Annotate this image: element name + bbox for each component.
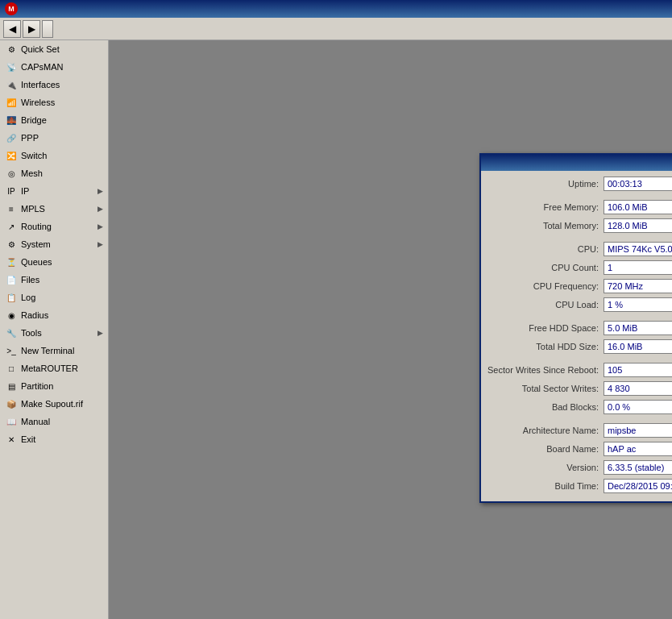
sidebar-item-radius[interactable]: ◉Radius xyxy=(0,306,108,324)
partition-label: Partition xyxy=(21,381,53,391)
field-row-cpu-freq: CPU Frequency:720 MHz xyxy=(486,278,672,294)
partition-icon: ▤ xyxy=(5,380,18,393)
sidebar-item-make-supout[interactable]: 📦Make Supout.rif xyxy=(0,395,108,413)
field-label-total-memory: Total Memory: xyxy=(486,221,599,231)
new-terminal-icon: >_ xyxy=(5,344,18,357)
metarouter-icon: □ xyxy=(5,362,18,375)
routing-icon: ↗ xyxy=(5,220,18,233)
field-row-cpu: CPU:MIPS 74Kc V5.0 xyxy=(486,241,672,257)
quick-set-label: Quick Set xyxy=(21,44,60,54)
sidebar-item-wireless[interactable]: 📶Wireless xyxy=(0,93,108,111)
manual-label: Manual xyxy=(21,417,50,426)
field-value-total-sector-writes: 4 830 xyxy=(604,381,672,396)
field-label-uptime: Uptime: xyxy=(486,179,599,189)
routing-label: Routing xyxy=(21,222,52,231)
sidebar-item-files[interactable]: 📄Files xyxy=(0,271,108,289)
field-row-sector-writes-reboot: Sector Writes Since Reboot:105 xyxy=(486,362,672,378)
queues-label: Queues xyxy=(21,257,52,267)
radius-label: Radius xyxy=(21,310,48,320)
field-value-total-memory: 128.0 MiB xyxy=(604,218,672,233)
ip-arrow: ▶ xyxy=(97,187,103,195)
sidebar-item-mpls[interactable]: ≡MPLS▶ xyxy=(0,200,108,218)
field-label-free-hdd: Free HDD Space: xyxy=(486,323,599,333)
safe-mode-button[interactable] xyxy=(42,20,53,38)
mpls-arrow: ▶ xyxy=(97,205,103,213)
log-icon: 📋 xyxy=(5,291,18,304)
new-terminal-label: New Terminal xyxy=(21,346,74,355)
log-label: Log xyxy=(21,293,35,302)
switch-icon: 🔀 xyxy=(5,149,18,162)
sidebar-item-mesh[interactable]: ◎Mesh xyxy=(0,164,108,182)
metarouter-label: MetaROUTER xyxy=(21,364,78,373)
tools-icon: 🔧 xyxy=(5,326,18,339)
field-label-sector-writes-reboot: Sector Writes Since Reboot: xyxy=(486,365,599,375)
sidebar-item-queues[interactable]: ⏳Queues xyxy=(0,253,108,271)
app-icon: M xyxy=(5,2,18,15)
tools-arrow: ▶ xyxy=(97,329,103,337)
title-bar: M xyxy=(0,0,672,18)
system-arrow: ▶ xyxy=(97,240,103,248)
field-row-free-memory: Free Memory:106.0 MiB xyxy=(486,199,672,215)
sidebar-item-system[interactable]: ⚙System▶ xyxy=(0,235,108,253)
ip-icon: IP xyxy=(5,185,18,197)
interfaces-label: Interfaces xyxy=(21,80,60,89)
sidebar-item-metarouter[interactable]: □MetaROUTER xyxy=(0,359,108,377)
routing-arrow: ▶ xyxy=(97,222,103,231)
field-value-cpu: MIPS 74Kc V5.0 xyxy=(604,242,672,256)
main-layout: ⚙Quick Set📡CAPsMAN🔌Interfaces📶Wireless🌉B… xyxy=(0,40,672,619)
field-label-build-time: Build Time: xyxy=(486,481,599,491)
sidebar-item-new-terminal[interactable]: >_New Terminal xyxy=(0,342,108,359)
capsman-icon: 📡 xyxy=(5,60,18,73)
sidebar-item-interfaces[interactable]: 🔌Interfaces xyxy=(0,76,108,93)
make-supout-label: Make Supout.rif xyxy=(21,399,83,409)
field-label-cpu-load: CPU Load: xyxy=(486,300,599,310)
sidebar-item-capsman[interactable]: 📡CAPsMAN xyxy=(0,58,108,76)
sidebar-item-exit[interactable]: ✕Exit xyxy=(0,430,108,448)
field-value-cpu-freq: 720 MHz xyxy=(604,279,672,293)
field-label-cpu: CPU: xyxy=(486,244,599,254)
sidebar-item-ip[interactable]: IPIP▶ xyxy=(0,182,108,200)
sidebar-item-partition[interactable]: ▤Partition xyxy=(0,377,108,395)
field-row-bad-blocks: Bad Blocks:0.0 % xyxy=(486,399,672,415)
sidebar-item-quick-set[interactable]: ⚙Quick Set xyxy=(0,40,108,58)
field-row-free-hdd: Free HDD Space:5.0 MiB xyxy=(486,320,672,336)
field-value-sector-writes-reboot: 105 xyxy=(604,363,672,377)
sidebar-item-ppp[interactable]: 🔗PPP xyxy=(0,129,108,147)
field-label-bad-blocks: Bad Blocks: xyxy=(486,402,599,412)
system-label: System xyxy=(21,239,51,249)
dialog-body: Uptime:00:03:13Free Memory:106.0 MiBTota… xyxy=(481,171,672,501)
field-label-cpu-count: CPU Count: xyxy=(486,263,599,272)
wireless-icon: 📶 xyxy=(5,96,18,109)
sidebar-item-bridge[interactable]: 🌉Bridge xyxy=(0,111,108,129)
field-row-uptime: Uptime:00:03:13 xyxy=(486,176,672,192)
back-button[interactable]: ◀ xyxy=(3,20,21,38)
forward-button[interactable]: ▶ xyxy=(23,20,40,38)
sidebar-item-log[interactable]: 📋Log xyxy=(0,289,108,306)
files-icon: 📄 xyxy=(5,273,18,286)
field-row-board: Board Name:hAP ac xyxy=(486,441,672,457)
field-row-total-hdd: Total HDD Size:16.0 MiB xyxy=(486,339,672,355)
switch-label: Switch xyxy=(21,151,47,160)
sidebar-item-routing[interactable]: ↗Routing▶ xyxy=(0,218,108,235)
sidebar-item-manual[interactable]: 📖Manual xyxy=(0,413,108,430)
sidebar-item-tools[interactable]: 🔧Tools▶ xyxy=(0,324,108,342)
files-label: Files xyxy=(21,275,39,285)
field-row-cpu-load: CPU Load:1 % xyxy=(486,297,672,313)
field-label-cpu-freq: CPU Frequency: xyxy=(486,281,599,291)
make-supout-icon: 📦 xyxy=(5,397,18,410)
manual-icon: 📖 xyxy=(5,415,18,428)
tools-label: Tools xyxy=(21,328,42,338)
bridge-label: Bridge xyxy=(21,115,47,125)
field-label-arch: Architecture Name: xyxy=(486,426,599,435)
field-value-bad-blocks: 0.0 % xyxy=(604,400,672,414)
mesh-icon: ◎ xyxy=(5,167,18,180)
field-row-total-sector-writes: Total Sector Writes:4 830 xyxy=(486,380,672,397)
ip-label: IP xyxy=(21,186,29,196)
field-row-cpu-count: CPU Count:1 xyxy=(486,260,672,276)
ppp-label: PPP xyxy=(21,133,39,143)
field-row-version: Version:6.33.5 (stable) xyxy=(486,459,672,476)
field-label-version: Version: xyxy=(486,463,599,472)
resources-dialog: _ □ ✕ Uptime:00:03:13Free Memory:106.0 M… xyxy=(479,153,672,503)
sidebar-item-switch[interactable]: 🔀Switch xyxy=(0,147,108,164)
field-value-cpu-count: 1 xyxy=(604,260,672,275)
